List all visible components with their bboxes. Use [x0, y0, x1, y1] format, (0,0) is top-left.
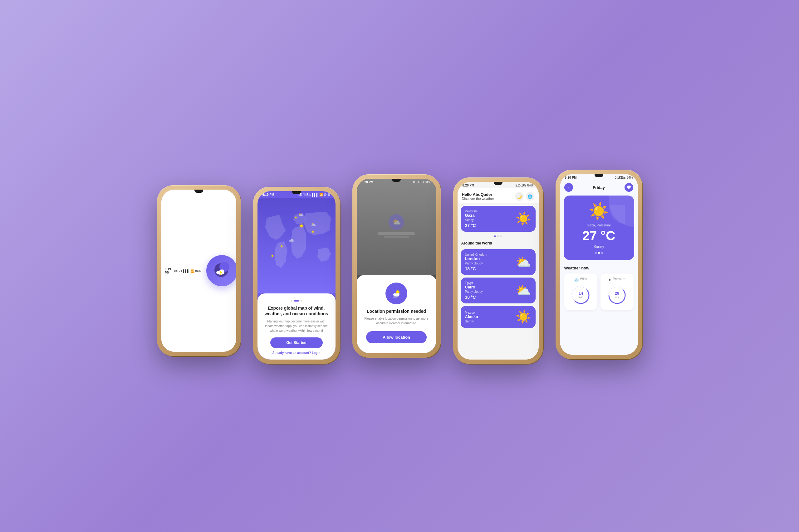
indicator-2: [294, 300, 299, 302]
onboarding-indicators: [264, 300, 329, 302]
back-button[interactable]: ‹: [564, 183, 573, 192]
map-cloud-3: ☁️: [289, 238, 294, 243]
svg-line-49: [609, 291, 610, 291]
subgreeting-text: Discover the weather: [462, 197, 494, 201]
palestine-condition: Sunny: [465, 218, 478, 222]
map-dot-2: [295, 217, 296, 218]
greeting-block: Hello AbdQader Discover the weather: [462, 192, 494, 201]
signal-icon-2: ▌▌▌: [312, 193, 319, 196]
pdot-1: [494, 235, 496, 237]
wind-label-row: 💨 Wind: [567, 277, 594, 283]
screen-detail: 6:20 PM 0.1KB/s 84% ‹ Friday: [560, 174, 638, 355]
detail-weather-card: ☀️ Gaza, Palestine 27 °C Sunny: [564, 195, 634, 260]
palestine-temp: 27 °C: [465, 223, 478, 228]
status-icons-5: 0.1KB/s 84%: [615, 176, 633, 179]
uk-weather-icon: ⛅: [515, 255, 531, 269]
palestine-weather-card[interactable]: Palestine Gaza Sunny 27 °C ☀️: [461, 206, 535, 232]
wifi-icon-1: 📶: [190, 269, 194, 273]
egypt-weather-card[interactable]: Egypt Cairo Partly cloudy 30 °C ⛅: [461, 278, 535, 303]
onboarding-description: Planing your trip become more easier wit…: [264, 319, 329, 333]
globe-button[interactable]: 🌐: [526, 192, 534, 201]
di-1: [595, 252, 597, 254]
section-around-world: Around the world: [457, 239, 539, 247]
main-pagination: [457, 234, 539, 239]
map-cloud-2: ⛅: [311, 222, 316, 227]
wind-gauge-svg: 14 mph: [570, 284, 592, 306]
map-dot-1: [300, 225, 303, 227]
network-speed-2: 15.4KB/s: [298, 193, 311, 196]
screen-splash: 6:19 PM 1.1KB/s ▌▌▌ 📶 84%: [161, 190, 236, 352]
allow-location-button[interactable]: Allow location: [366, 331, 426, 343]
svg-text:29: 29: [615, 291, 619, 296]
svg-line-13: [583, 287, 584, 288]
login-link[interactable]: Login: [312, 351, 320, 355]
phone5-inner: 6:20 PM 0.1KB/s 84% ‹ Friday: [560, 174, 638, 355]
detail-indicators: [570, 252, 628, 254]
battery-icon-2: 84%: [324, 193, 330, 196]
status-time-4: 6:20 PM: [462, 184, 474, 187]
status-time-2: 6:19 PM: [262, 193, 274, 196]
palestine-country: Palestine: [465, 210, 478, 213]
header-actions: 🌙 🌐: [515, 192, 534, 201]
indicator-1: [291, 300, 292, 302]
phone3-inner: ⛅: [357, 179, 436, 353]
signal-icon-1: ▌▌▌: [183, 269, 189, 273]
di-2: [598, 252, 600, 254]
svg-line-26: [571, 294, 573, 294]
detail-header: ‹ Friday: [560, 180, 638, 194]
svg-point-3: [216, 271, 220, 274]
phone-permission: ⛅: [352, 174, 441, 358]
network-speed-1: 1.1KB/s: [171, 269, 182, 273]
egypt-temp: 30 °C: [465, 295, 483, 300]
already-account-text: Already have an account? Login: [264, 351, 329, 355]
world-map-area: ⛅ ⛅ ☁️: [257, 198, 335, 293]
day-label: Friday: [593, 185, 605, 190]
mexico-country: Mexico: [465, 311, 478, 314]
svg-line-14: [586, 288, 587, 289]
status-icons-2: 15.4KB/s ▌▌▌ 📶 84%: [298, 193, 330, 196]
svg-line-27: [573, 291, 574, 291]
svg-line-29: [577, 287, 578, 288]
map-cloud-1: ⛅: [298, 212, 303, 217]
svg-point-9: [397, 293, 399, 296]
egypt-card-info: Egypt Cairo Partly cloudy 30 °C: [465, 281, 483, 300]
svg-line-25: [571, 297, 573, 297]
mexico-weather-icon: ☀️: [515, 310, 531, 324]
phone2-inner: 6:19 PM 15.4KB/s ▌▌▌ 📶 84%: [257, 191, 335, 360]
battery-icon-5: 84%: [627, 176, 633, 179]
detail-location: Gaza, Palestine: [570, 223, 628, 227]
wind-label: Wind: [580, 277, 587, 281]
svg-text:mph: mph: [578, 296, 583, 299]
phone1-inner: 6:19 PM 1.1KB/s ▌▌▌ 📶 84%: [161, 190, 236, 352]
uk-temp: 18 °C: [465, 266, 487, 271]
phone4-inner: 6:20 PM 2.2KB/s 84% Hello AbdQader Disco…: [457, 182, 539, 360]
location-weather-icon: [391, 288, 402, 299]
uk-weather-card[interactable]: United Kingdom London Partly cloudy 18 °…: [461, 249, 535, 275]
onboarding-card: Expore global map of wind, weather, and …: [257, 293, 335, 360]
pressure-icon: ⬆: [608, 278, 612, 282]
uk-card-info: United Kingdom London Partly cloudy 18 °…: [465, 253, 487, 271]
battery-icon-4: 84%: [527, 184, 533, 187]
palestine-weather-icon: ☀️: [515, 211, 531, 226]
greeting-text: Hello AbdQader: [462, 192, 494, 197]
di-3: [601, 252, 603, 254]
favorite-button[interactable]: [624, 183, 633, 192]
mexico-weather-card[interactable]: Mexico Alaska Sunny ☀️: [461, 306, 535, 328]
weather-now-section: Weather now 💨 Wind: [560, 263, 638, 312]
wind-icon: 💨: [574, 278, 579, 282]
mexico-card-info: Mexico Alaska Sunny: [465, 311, 478, 323]
indicator-3: [301, 300, 303, 302]
pdot-3: [500, 235, 502, 237]
screen-permission: ⛅: [357, 179, 436, 353]
screen-world-weather: 6:20 PM 2.2KB/s 84% Hello AbdQader Disco…: [457, 182, 539, 360]
detail-condition: Sunny: [570, 245, 628, 249]
svg-line-50: [611, 288, 612, 289]
notch-2: [292, 191, 301, 194]
get-started-button[interactable]: Get Started: [270, 337, 323, 348]
permission-icon: [385, 283, 407, 304]
egypt-weather-icon: ⛅: [515, 283, 531, 298]
world-map-svg: [257, 199, 335, 293]
moon-mode-button[interactable]: 🌙: [515, 192, 524, 201]
detail-temperature: 27 °C: [570, 228, 628, 243]
map-dot-5: [272, 255, 273, 256]
